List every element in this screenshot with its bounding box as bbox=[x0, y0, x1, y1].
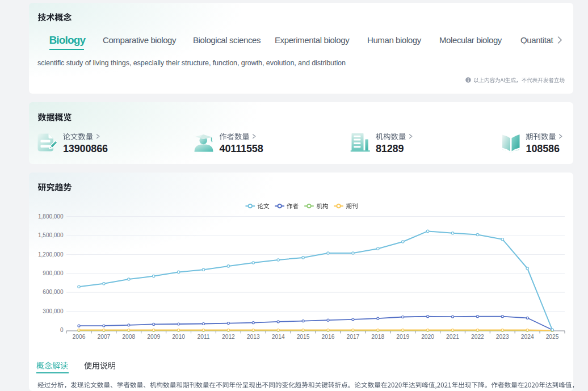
svg-text:300,000: 300,000 bbox=[43, 308, 64, 314]
svg-text:2016: 2016 bbox=[322, 334, 335, 340]
svg-text:600,000: 600,000 bbox=[43, 289, 64, 295]
svg-text:2019: 2019 bbox=[396, 334, 409, 340]
svg-text:1,500,000: 1,500,000 bbox=[38, 232, 64, 238]
svg-text:2020: 2020 bbox=[421, 334, 434, 340]
svg-text:2013: 2013 bbox=[247, 334, 260, 340]
svg-text:2022: 2022 bbox=[471, 334, 484, 340]
svg-text:2023: 2023 bbox=[496, 334, 509, 340]
svg-text:2015: 2015 bbox=[297, 334, 310, 340]
svg-text:0: 0 bbox=[60, 327, 64, 333]
svg-text:2018: 2018 bbox=[371, 334, 384, 340]
svg-text:2021: 2021 bbox=[446, 334, 459, 340]
svg-text:2025: 2025 bbox=[546, 334, 559, 340]
svg-text:2017: 2017 bbox=[346, 334, 359, 340]
svg-text:900,000: 900,000 bbox=[43, 270, 64, 276]
svg-text:2012: 2012 bbox=[222, 334, 235, 340]
svg-text:2010: 2010 bbox=[172, 334, 185, 340]
svg-text:2014: 2014 bbox=[272, 334, 285, 340]
svg-text:2024: 2024 bbox=[521, 334, 534, 340]
svg-text:1,200,000: 1,200,000 bbox=[38, 251, 64, 258]
svg-text:2006: 2006 bbox=[73, 334, 86, 340]
svg-text:2008: 2008 bbox=[122, 334, 135, 340]
svg-text:1,800,000: 1,800,000 bbox=[38, 213, 64, 220]
svg-text:2011: 2011 bbox=[197, 334, 209, 340]
svg-text:2007: 2007 bbox=[97, 334, 110, 340]
svg-text:2009: 2009 bbox=[147, 334, 160, 340]
